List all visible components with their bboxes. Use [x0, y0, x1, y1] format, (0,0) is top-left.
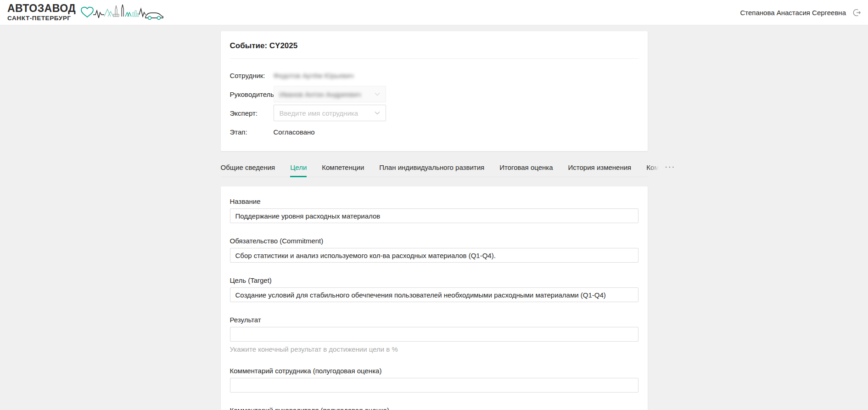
- expert-label: Эксперт:: [230, 109, 274, 117]
- divider: [230, 58, 638, 59]
- result-hint: Укажите конечный результат в достижении …: [230, 345, 638, 353]
- manager-select-value: Иванов Антон Андреевич: [280, 90, 361, 98]
- stage-label: Этап:: [230, 128, 274, 136]
- tab-comments-clipped[interactable]: Комментарии: [646, 157, 659, 177]
- event-card: Событие: CY2025 Сотрудник: Федотов Артём…: [221, 31, 648, 151]
- result-group: Результат Укажите конечный результат в д…: [230, 316, 638, 353]
- goal-form-card: Название Обязательство (Commitment) Цель…: [221, 186, 648, 410]
- goal-name-group: Название: [230, 197, 638, 223]
- logout-icon[interactable]: [851, 7, 862, 17]
- chevron-down-icon: [375, 111, 380, 115]
- event-title: Событие: CY2025: [230, 41, 638, 51]
- manager-comment-label: Комментарий руководителя (полугодовая оц…: [230, 406, 638, 410]
- goal-name-input[interactable]: [230, 208, 638, 223]
- result-input[interactable]: [230, 327, 638, 342]
- tab-general-info[interactable]: Общие сведения: [221, 157, 275, 177]
- user-box: Степанова Анастасия Сергеевна: [740, 7, 862, 17]
- manager-label: Руководитель:: [230, 90, 274, 98]
- target-label: Цель (Target): [230, 276, 638, 284]
- expert-row: Эксперт: Введите имя сотрудника: [230, 105, 638, 121]
- stage-row: Этап: Согласовано: [230, 124, 638, 140]
- brand-subtitle: САНКТ-ПЕТЕРБУРГ: [7, 15, 76, 22]
- chevron-down-icon: [375, 92, 380, 96]
- goal-name-label: Название: [230, 197, 638, 205]
- manager-comment-group: Комментарий руководителя (полугодовая оц…: [230, 406, 638, 410]
- tab-goals[interactable]: Цели: [290, 157, 307, 177]
- expert-select-placeholder: Введите имя сотрудника: [280, 109, 358, 117]
- tabs-more-button[interactable]: ···: [664, 158, 676, 176]
- stage-value: Согласовано: [274, 128, 315, 136]
- expert-select[interactable]: Введите имя сотрудника: [274, 105, 386, 121]
- tab-individual-development-plan[interactable]: План индивидуального развития: [379, 157, 484, 177]
- target-input[interactable]: [230, 287, 638, 302]
- tab-competencies[interactable]: Компетенции: [322, 157, 364, 177]
- manager-row: Руководитель: Иванов Антон Андреевич: [230, 86, 638, 102]
- commitment-label: Обязательство (Commitment): [230, 237, 638, 245]
- result-label: Результат: [230, 316, 638, 324]
- employee-value: Федотов Артём Юрьевич: [274, 72, 354, 79]
- employee-comment-group: Комментарий сотрудника (полугодовая оцен…: [230, 367, 638, 393]
- user-name: Степанова Анастасия Сергеевна: [740, 9, 846, 17]
- commitment-group: Обязательство (Commitment): [230, 237, 638, 263]
- employee-label: Сотрудник:: [230, 72, 274, 79]
- tabs-bar: Общие сведения Цели Компетенции План инд…: [221, 157, 648, 177]
- manager-select: Иванов Антон Андреевич: [274, 86, 386, 102]
- target-group: Цель (Target): [230, 276, 638, 302]
- commitment-input[interactable]: [230, 248, 638, 263]
- brand-text: АВТОЗАВОД САНКТ-ПЕТЕРБУРГ: [7, 3, 76, 22]
- city-skyline-heart-car-icon: [79, 2, 164, 22]
- tab-change-history[interactable]: История изменения: [568, 157, 632, 177]
- brand-logo: АВТОЗАВОД САНКТ-ПЕТЕРБУРГ: [7, 2, 164, 22]
- brand-title: АВТОЗАВОД: [7, 3, 76, 14]
- top-bar: АВТОЗАВОД САНКТ-ПЕТЕРБУРГ: [0, 0, 868, 25]
- employee-comment-label: Комментарий сотрудника (полугодовая оцен…: [230, 367, 638, 375]
- employee-comment-input[interactable]: [230, 378, 638, 393]
- tab-final-assessment[interactable]: Итоговая оценка: [499, 157, 553, 177]
- employee-row: Сотрудник: Федотов Артём Юрьевич: [230, 67, 638, 84]
